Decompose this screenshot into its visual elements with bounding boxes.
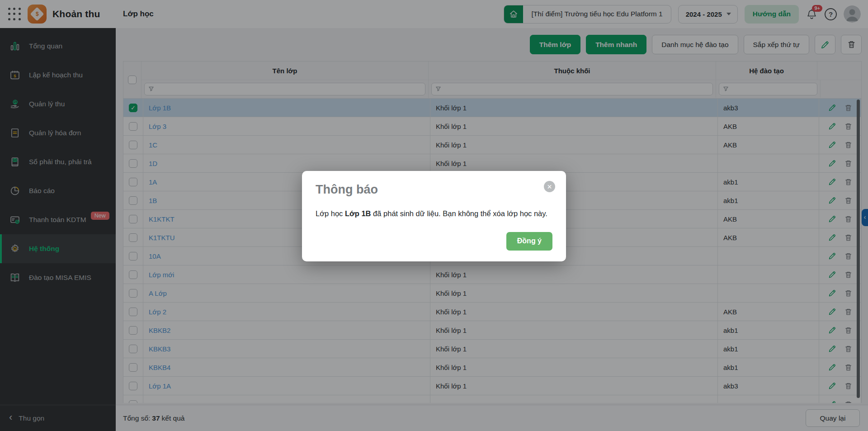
modal-close-button[interactable]: × bbox=[544, 181, 555, 192]
modal-title: Thông báo bbox=[316, 183, 552, 197]
modal-message-class-name: Lớp 1B bbox=[345, 209, 371, 218]
notification-modal: Thông báo × Lớp học Lớp 1B đã phát sinh … bbox=[302, 171, 566, 261]
close-icon: × bbox=[547, 183, 552, 191]
modal-message: Lớp học Lớp 1B đã phát sinh dữ liệu. Bạn… bbox=[316, 208, 552, 219]
confirm-button[interactable]: Đồng ý bbox=[506, 232, 552, 251]
